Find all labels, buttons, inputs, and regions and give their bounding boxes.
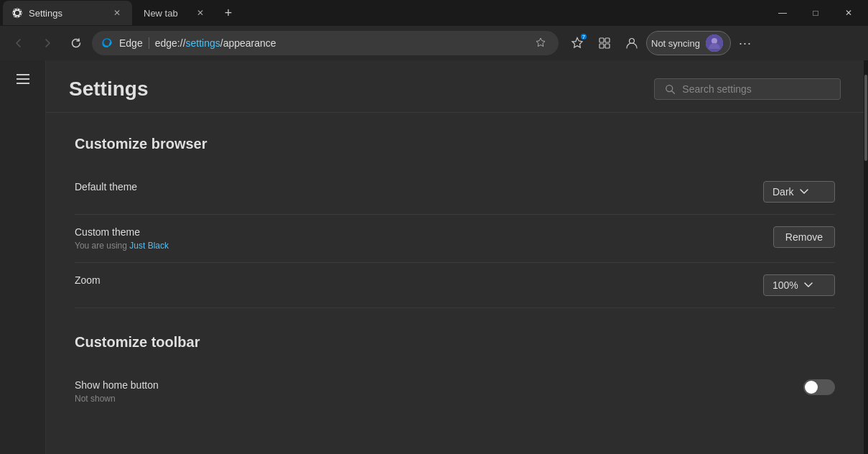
custom-theme-label-group: Custom theme You are using Just Black [75, 226, 169, 251]
sidebar [0, 60, 46, 454]
svg-rect-3 [605, 44, 610, 48]
default-theme-label-group: Default theme [75, 181, 137, 193]
favorites-badge: 7 [581, 34, 587, 40]
hamburger-icon [17, 74, 29, 84]
show-home-button-toggle[interactable] [803, 379, 835, 395]
close-button[interactable]: ✕ [832, 0, 865, 26]
custom-theme-sublabel: You are using Just Black [75, 241, 169, 251]
back-button[interactable] [6, 30, 32, 56]
favorite-icon [535, 37, 546, 49]
zoom-dropdown[interactable]: 100% [763, 274, 835, 296]
profile-button[interactable] [619, 30, 645, 56]
address-bar[interactable]: Edge edge://settings/appearance [92, 31, 559, 55]
back-icon [14, 38, 24, 48]
custom-theme-sublabel-text: You are using [75, 241, 129, 251]
default-theme-row: Default theme Dark [75, 170, 835, 215]
settings-body: Customize browser Default theme Dark Cus… [46, 113, 864, 438]
avatar-image [706, 34, 723, 52]
collections-button[interactable] [592, 30, 617, 56]
remove-theme-button[interactable]: Remove [773, 226, 835, 248]
address-url: edge://settings/appearance [155, 37, 526, 49]
show-home-button-label-group: Show home button Not shown [75, 379, 159, 404]
settings-tab[interactable]: Settings ✕ [3, 1, 132, 25]
favorite-button[interactable] [531, 34, 550, 52]
default-theme-label: Default theme [75, 181, 137, 193]
settings-tab-label: Settings [29, 8, 62, 19]
scrollbar-thumb [864, 75, 867, 161]
main-content: Settings Customize browser Default theme… [0, 60, 868, 454]
forward-button[interactable] [34, 30, 60, 56]
newtab-tab-close[interactable]: ✕ [194, 6, 207, 19]
show-home-button-row: Show home button Not shown [75, 368, 835, 415]
minimize-button[interactable]: — [766, 0, 799, 26]
sync-button[interactable]: Not syncing [646, 31, 731, 55]
refresh-button[interactable] [63, 30, 89, 56]
default-theme-dropdown[interactable]: Dark [763, 181, 835, 203]
svg-rect-2 [599, 44, 604, 48]
title-bar: Settings ✕ New tab ✕ + — □ ✕ [0, 0, 868, 26]
show-home-button-label: Show home button [75, 379, 159, 391]
maximize-button[interactable]: □ [799, 0, 832, 26]
collections-icon [598, 37, 611, 50]
settings-header: Settings [46, 60, 864, 113]
settings-panel: Settings Customize browser Default theme… [46, 60, 864, 454]
profile-avatar [706, 34, 723, 52]
forward-icon [42, 38, 52, 48]
zoom-row: Zoom 100% [75, 263, 835, 308]
show-home-button-sublabel: Not shown [75, 394, 159, 404]
chevron-down-icon [800, 189, 808, 195]
custom-theme-row: Custom theme You are using Just Black Re… [75, 215, 835, 263]
customize-toolbar-title: Customize toolbar [75, 334, 835, 351]
zoom-chevron-down-icon [804, 282, 813, 288]
browser-name-label: Edge [119, 37, 143, 49]
profile-icon [625, 37, 638, 50]
refresh-icon [70, 37, 82, 49]
gear-icon [11, 7, 23, 19]
custom-theme-link[interactable]: Just Black [129, 241, 169, 251]
settings-tab-close[interactable]: ✕ [111, 6, 123, 19]
search-input[interactable] [682, 83, 830, 95]
newtab-tab-label: New tab [144, 8, 178, 19]
more-icon: ··· [739, 36, 752, 51]
toggle-knob [805, 381, 818, 394]
nav-bar: Edge edge://settings/appearance 7 [0, 26, 868, 60]
nav-actions: 7 Not syncing [564, 30, 758, 56]
svg-rect-0 [599, 38, 604, 42]
custom-theme-label: Custom theme [75, 226, 169, 238]
sidebar-menu-button[interactable] [6, 66, 40, 92]
zoom-label: Zoom [75, 274, 101, 286]
window-controls: — □ ✕ [766, 0, 865, 26]
address-divider [149, 37, 149, 49]
search-icon [665, 83, 675, 95]
edge-logo-icon [101, 37, 113, 50]
search-settings-container[interactable] [654, 78, 841, 100]
svg-rect-1 [605, 38, 610, 42]
page-title: Settings [69, 78, 148, 101]
new-tab-button[interactable]: + [218, 3, 238, 23]
customize-browser-title: Customize browser [75, 136, 835, 152]
zoom-label-group: Zoom [75, 274, 101, 286]
scrollbar[interactable] [864, 60, 868, 454]
svg-point-6 [711, 38, 717, 44]
svg-line-11 [672, 91, 675, 94]
default-theme-value: Dark [773, 186, 794, 198]
newtab-tab[interactable]: New tab ✕ [132, 1, 218, 25]
zoom-value: 100% [773, 279, 798, 291]
sync-label: Not syncing [651, 38, 700, 49]
favorites-button[interactable]: 7 [564, 30, 590, 56]
more-button[interactable]: ··· [732, 30, 758, 56]
